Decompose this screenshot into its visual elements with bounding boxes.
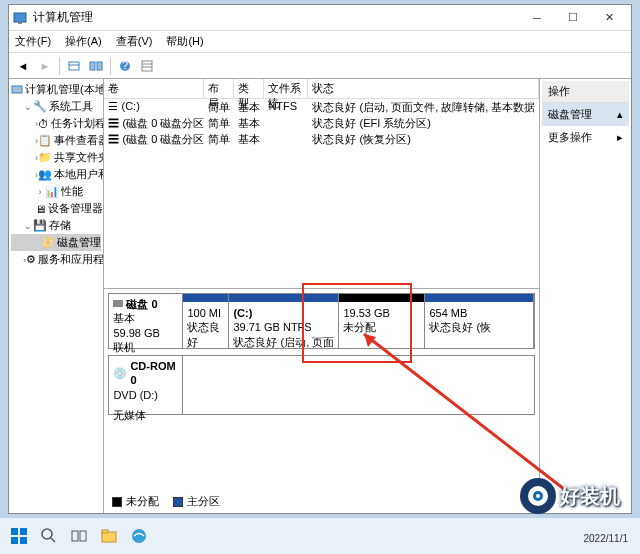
svg-rect-0 — [14, 13, 26, 22]
toolbar-icon[interactable] — [64, 56, 84, 76]
menu-action[interactable]: 操作(A) — [65, 34, 102, 49]
disk-graphical-view: 磁盘 0 基本 59.98 GB 联机 100 MI状态良好 (C:)39.71… — [104, 289, 539, 513]
maximize-button[interactable]: ☐ — [555, 6, 591, 30]
computer-management-window: 计算机管理 ─ ☐ ✕ 文件(F) 操作(A) 查看(V) 帮助(H) ◄ ► … — [8, 4, 632, 514]
svg-rect-22 — [80, 531, 86, 541]
svg-rect-17 — [11, 537, 18, 544]
partition-recovery[interactable]: 654 MB状态良好 (恢 — [425, 294, 534, 348]
tree-services[interactable]: ›⚙服务和应用程序 — [11, 251, 101, 268]
volume-list[interactable]: 卷 布局 类型 文件系统 状态 ☰ (C:)简单基本NTFS状态良好 (启动, … — [104, 79, 539, 289]
menu-file[interactable]: 文件(F) — [15, 34, 51, 49]
partition-efi[interactable]: 100 MI状态良好 — [183, 294, 229, 348]
svg-rect-21 — [72, 531, 78, 541]
tree-taskscheduler[interactable]: ›⏱任务计划程序 — [11, 115, 101, 132]
svg-rect-18 — [20, 537, 27, 544]
volume-header[interactable]: 卷 布局 类型 文件系统 状态 — [104, 79, 539, 99]
tree-diskmgmt[interactable]: 📀磁盘管理 — [11, 234, 101, 251]
explorer-icon[interactable] — [98, 525, 120, 547]
col-volume[interactable]: 卷 — [104, 79, 204, 98]
volume-row[interactable]: ☰ (C:)简单基本NTFS状态良好 (启动, 页面文件, 故障转储, 基本数据 — [104, 99, 539, 115]
partition-c[interactable]: (C:)39.71 GB NTFS状态良好 (启动, 页面 — [229, 294, 339, 348]
forward-button[interactable]: ► — [35, 56, 55, 76]
tree-sharedfolders[interactable]: ›📁共享文件夹 — [11, 149, 101, 166]
svg-point-28 — [536, 494, 540, 498]
watermark: 好装机 — [520, 478, 620, 514]
actions-pane: 操作 磁盘管理▴ 更多操作▸ — [540, 79, 631, 513]
menu-view[interactable]: 查看(V) — [116, 34, 153, 49]
minimize-button[interactable]: ─ — [519, 6, 555, 30]
svg-rect-24 — [102, 530, 108, 533]
titlebar[interactable]: 计算机管理 ─ ☐ ✕ — [9, 5, 631, 31]
chevron-right-icon: ▸ — [617, 131, 623, 144]
help-button[interactable]: ? — [115, 56, 135, 76]
tree-devicemgr[interactable]: 🖥设备管理器 — [11, 200, 101, 217]
cdrom-row[interactable]: 💿CD-ROM 0 DVD (D:) 无媒体 — [108, 355, 535, 415]
legend: 未分配 主分区 — [112, 494, 220, 509]
start-button[interactable] — [8, 525, 30, 547]
disk-0-row[interactable]: 磁盘 0 基本 59.98 GB 联机 100 MI状态良好 (C:)39.71… — [108, 293, 535, 349]
tree-storage[interactable]: ⌄💾存储 — [11, 217, 101, 234]
svg-rect-8 — [142, 61, 152, 71]
svg-rect-2 — [69, 62, 79, 70]
col-layout[interactable]: 布局 — [204, 79, 234, 98]
col-type[interactable]: 类型 — [234, 79, 264, 98]
actions-header: 操作 — [542, 81, 629, 103]
toolbar: ◄ ► ? — [9, 53, 631, 79]
action-more[interactable]: 更多操作▸ — [542, 126, 629, 149]
svg-rect-4 — [90, 62, 95, 70]
partition-unallocated[interactable]: 19.53 GB未分配 — [339, 294, 425, 348]
action-diskmgmt[interactable]: 磁盘管理▴ — [542, 103, 629, 126]
main-pane: 卷 布局 类型 文件系统 状态 ☰ (C:)简单基本NTFS状态良好 (启动, … — [104, 79, 540, 513]
tree-performance[interactable]: ›📊性能 — [11, 183, 101, 200]
svg-text:?: ? — [122, 59, 128, 71]
nav-tree[interactable]: 计算机管理(本地) ⌄🔧系统工具 ›⏱任务计划程序 ›📋事件查看器 ›📁共享文件… — [9, 79, 104, 513]
menu-help[interactable]: 帮助(H) — [166, 34, 203, 49]
svg-rect-16 — [20, 528, 27, 535]
volume-row[interactable]: ☰ (磁盘 0 磁盘分区 4)简单基本状态良好 (恢复分区) — [104, 131, 539, 147]
svg-rect-5 — [97, 62, 102, 70]
disk-0-info[interactable]: 磁盘 0 基本 59.98 GB 联机 — [109, 294, 183, 348]
taskbar-date[interactable]: 2022/11/1 — [584, 533, 629, 544]
col-fs[interactable]: 文件系统 — [264, 79, 308, 98]
tree-root[interactable]: 计算机管理(本地) — [11, 81, 101, 98]
svg-point-19 — [42, 529, 52, 539]
app-icon — [13, 11, 27, 25]
close-button[interactable]: ✕ — [591, 6, 627, 30]
taskview-icon[interactable] — [68, 525, 90, 547]
svg-rect-12 — [113, 300, 123, 307]
settings-button[interactable] — [137, 56, 157, 76]
search-icon[interactable] — [38, 525, 60, 547]
taskbar[interactable] — [0, 518, 640, 554]
tree-localusers[interactable]: ›👥本地用户和组 — [11, 166, 101, 183]
edge-icon[interactable] — [128, 525, 150, 547]
back-button[interactable]: ◄ — [13, 56, 33, 76]
menubar: 文件(F) 操作(A) 查看(V) 帮助(H) — [9, 31, 631, 53]
tree-eventviewer[interactable]: ›📋事件查看器 — [11, 132, 101, 149]
collapse-icon: ▴ — [617, 108, 623, 121]
tree-systools[interactable]: ⌄🔧系统工具 — [11, 98, 101, 115]
refresh-button[interactable] — [86, 56, 106, 76]
svg-rect-1 — [18, 22, 22, 24]
window-title: 计算机管理 — [33, 9, 519, 26]
svg-line-20 — [51, 538, 55, 542]
svg-rect-11 — [12, 86, 22, 93]
volume-row[interactable]: ☰ (磁盘 0 磁盘分区 1)简单基本状态良好 (EFI 系统分区) — [104, 115, 539, 131]
svg-rect-15 — [11, 528, 18, 535]
col-status[interactable]: 状态 — [308, 79, 539, 98]
cdrom-info[interactable]: 💿CD-ROM 0 DVD (D:) 无媒体 — [109, 356, 183, 414]
